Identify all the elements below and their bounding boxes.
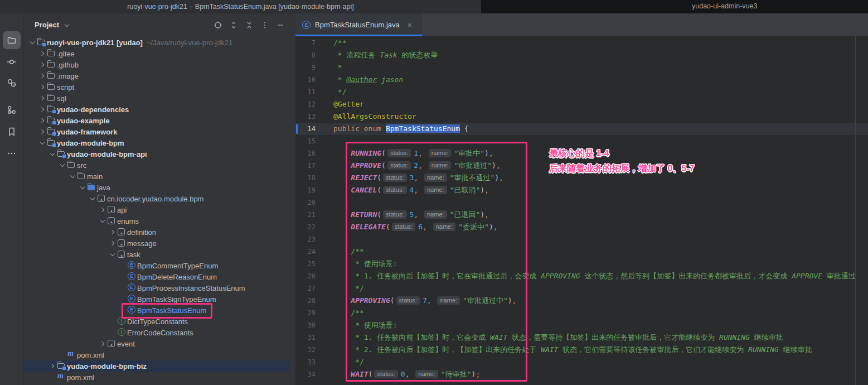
line-number[interactable]: 13 — [295, 110, 316, 123]
chevron-down-icon[interactable] — [28, 38, 37, 47]
line-number[interactable]: 8 — [295, 49, 316, 61]
line-number[interactable]: 16 — [295, 147, 316, 160]
line-number[interactable]: 20 — [295, 196, 316, 209]
chevron-right-icon[interactable] — [48, 362, 57, 370]
chevron-right-icon[interactable] — [38, 60, 47, 69]
tree-item-cn-iocoder-yudao-module-bpm[interactable]: cn.iocoder.yudao.module.bpm — [23, 193, 295, 204]
code-line-10[interactable]: 10 * @author jason — [295, 74, 868, 86]
line-number[interactable]: 9 — [295, 61, 316, 74]
line-number[interactable]: 7 — [295, 37, 316, 49]
line-number[interactable]: 25 — [295, 258, 316, 270]
collapse-all-button[interactable] — [244, 20, 254, 30]
chevron-right-icon[interactable] — [108, 228, 117, 237]
hide-panel-button[interactable] — [275, 20, 285, 30]
code-line-11[interactable]: 11 */ — [295, 86, 868, 98]
tree-item-main[interactable]: main — [23, 171, 295, 182]
line-number[interactable]: 28 — [295, 295, 316, 307]
tree-item-message[interactable]: message — [23, 238, 295, 249]
chevron-right-icon[interactable] — [38, 105, 47, 114]
tree-item-pom-xml[interactable]: mpom.xml — [23, 372, 295, 383]
chevron-right-icon[interactable] — [38, 83, 47, 92]
chevron-down-icon[interactable] — [48, 150, 57, 158]
code-line-12[interactable]: 12@Getter — [295, 98, 868, 110]
tree-item-errorcodeconstants[interactable]: IErrorCodeConstants — [23, 327, 295, 338]
expand-all-button[interactable] — [229, 20, 239, 30]
tab-bpmtaskstatusenum[interactable]: E BpmTaskStatusEnum.java × — [295, 13, 423, 36]
chevron-down-icon[interactable] — [78, 183, 87, 192]
pull-requests-tool-button[interactable]: ? — [3, 74, 21, 92]
chevron-down-icon[interactable] — [62, 21, 71, 30]
structure-tool-button[interactable] — [3, 101, 21, 119]
chevron-right-icon[interactable] — [38, 94, 47, 103]
chevron-right-icon[interactable] — [108, 239, 117, 248]
line-number[interactable]: 17 — [295, 160, 316, 172]
tree-item-yudao-module-bpm-api[interactable]: yudao-module-bpm-api — [23, 148, 295, 160]
tree-item-yudao-module-bpm[interactable]: yudao-module-bpm — [23, 137, 295, 148]
tree-item-bpmcommenttypeenum[interactable]: EBpmCommentTypeEnum — [23, 260, 295, 271]
panel-options-button[interactable] — [260, 20, 270, 30]
chevron-down-icon[interactable] — [58, 161, 67, 170]
chevron-right-icon[interactable] — [98, 339, 107, 348]
line-number[interactable]: 34 — [295, 368, 316, 381]
project-tool-button[interactable] — [3, 31, 21, 49]
chevron-down-icon[interactable] — [98, 216, 107, 225]
tree-item--image[interactable]: .image — [23, 70, 295, 81]
line-number[interactable]: 15 — [295, 135, 316, 147]
tab-close-icon[interactable]: × — [408, 21, 412, 30]
line-number[interactable]: 27 — [295, 282, 316, 295]
tree-item-yudao-framework[interactable]: yudao-framework — [23, 126, 295, 137]
chevron-right-icon[interactable] — [38, 116, 47, 125]
line-number[interactable]: 31 — [295, 331, 316, 344]
tree-item-src[interactable]: src — [23, 160, 295, 171]
line-number[interactable]: 26 — [295, 270, 316, 282]
line-number[interactable]: 10 — [295, 74, 316, 86]
tree-item--github[interactable]: .github — [23, 59, 295, 70]
chevron-down-icon[interactable] — [38, 138, 47, 147]
tree-item-event[interactable]: event — [23, 338, 295, 349]
tree-item-ruoyi-vue-pro-jdk21-yudao-[interactable]: ruoyi-vue-pro-jdk21 [yudao]~/Java/ruoyi-… — [23, 37, 295, 48]
chevron-down-icon[interactable] — [108, 250, 117, 259]
locate-file-button[interactable] — [213, 20, 223, 30]
code-line-7[interactable]: 7/** — [295, 37, 868, 49]
code-line-14[interactable]: 14public enum BpmTaskStatusEnum { — [295, 123, 868, 135]
more-tools-button[interactable] — [3, 145, 21, 162]
code-line-9[interactable]: 9 * — [295, 61, 868, 74]
bookmarks-tool-button[interactable] — [3, 123, 21, 141]
tree-item-bpmprocessinstancestatusenum[interactable]: EBpmProcessInstanceStatusEnum — [23, 282, 295, 293]
tree-item--gitee[interactable]: .gitee — [23, 48, 295, 59]
chevron-right-icon[interactable] — [38, 49, 47, 58]
line-number[interactable]: 30 — [295, 319, 316, 331]
tree-item-yudao-dependencies[interactable]: yudao-dependencies — [23, 104, 295, 115]
line-number[interactable]: 32 — [295, 344, 316, 356]
tree-item-pom-xml[interactable]: mpom.xml — [23, 349, 295, 360]
line-number[interactable]: 11 — [295, 86, 316, 98]
tree-item-api[interactable]: api — [23, 204, 295, 215]
line-number[interactable]: 21 — [295, 209, 316, 221]
project-panel-title[interactable]: Project — [35, 21, 59, 29]
line-number[interactable]: 23 — [295, 233, 316, 246]
line-number[interactable]: 14 — [295, 123, 316, 135]
line-number[interactable]: 19 — [295, 184, 316, 196]
line-number[interactable]: 12 — [295, 98, 316, 110]
tree-item-definition[interactable]: definition — [23, 227, 295, 238]
chevron-right-icon[interactable] — [38, 127, 47, 136]
tree-item-task[interactable]: task — [23, 249, 295, 260]
tree-item-enums[interactable]: enums — [23, 215, 295, 227]
code-line-8[interactable]: 8 * 流程任务 Task 的状态枚举 — [295, 49, 868, 61]
commit-tool-button[interactable] — [3, 53, 21, 71]
line-number[interactable]: 33 — [295, 356, 316, 368]
code-line-13[interactable]: 13@AllArgsConstructor — [295, 110, 868, 123]
line-number[interactable]: 22 — [295, 221, 316, 233]
tree-item-bpmdeletereasonenum[interactable]: EBpmDeleteReasonEnum — [23, 271, 295, 282]
tree-item-sql[interactable]: sql — [23, 93, 295, 104]
tree-item-script[interactable]: script — [23, 81, 295, 93]
tree-item-yudao-example[interactable]: yudao-example — [23, 115, 295, 126]
chevron-down-icon[interactable] — [88, 194, 97, 203]
line-number[interactable]: 18 — [295, 172, 316, 184]
tree-item-yudao-module-bpm-biz[interactable]: yudao-module-bpm-biz — [23, 360, 290, 372]
chevron-right-icon[interactable] — [38, 71, 47, 80]
chevron-right-icon[interactable] — [98, 205, 107, 214]
chevron-down-icon[interactable] — [68, 172, 77, 181]
tree-item-java[interactable]: java — [23, 182, 295, 193]
line-number[interactable]: 24 — [295, 246, 316, 258]
